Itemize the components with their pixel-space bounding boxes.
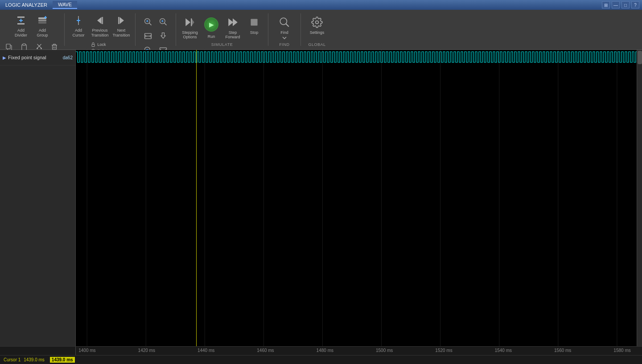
- timeline-tick: 1580 ms: [613, 348, 630, 353]
- find-label-group: FIND: [280, 42, 290, 48]
- svg-line-30: [149, 23, 152, 25]
- lock-button[interactable]: Lock: [91, 42, 109, 47]
- svg-line-34: [165, 23, 167, 25]
- cursor1-time: 1439.0 ms: [24, 357, 45, 362]
- cursor1-label: Cursor 1: [4, 357, 21, 362]
- toolbar-group-cursors: AddCursor PreviousTransition: [66, 12, 134, 48]
- scrollbar-right[interactable]: [637, 50, 642, 346]
- tab-wave[interactable]: WAVE: [53, 1, 77, 9]
- svg-rect-6: [38, 22, 46, 24]
- divider-5: [300, 13, 301, 46]
- signal-value: da62: [63, 55, 75, 60]
- run-label: Run: [208, 34, 215, 39]
- settings-button[interactable]: Settings: [305, 15, 329, 41]
- find-icon: [279, 16, 290, 29]
- waveform-canvas[interactable]: [76, 50, 637, 346]
- step-forward-label: StepForward: [225, 30, 240, 40]
- add-group-label: AddGroup: [37, 28, 48, 38]
- zoom-fit-button[interactable]: [141, 29, 155, 43]
- divider-4: [268, 13, 268, 46]
- svg-rect-10: [6, 44, 10, 49]
- simulate-tools: SteppingOptions ▶ Run StepForward: [177, 12, 267, 42]
- add-cursor-button[interactable]: AddCursor: [68, 13, 89, 40]
- toolbar-group-find: Find FIND: [269, 12, 300, 48]
- tab-logic-analyzer[interactable]: LOGIC ANALYZER: [0, 1, 53, 8]
- toolbar-group-zoom: ZOOM & PAN: [136, 12, 175, 48]
- svg-rect-1: [17, 23, 25, 25]
- maximize-button[interactable]: □: [621, 1, 630, 8]
- help-button[interactable]: ?: [631, 1, 639, 8]
- timeline-tick: 1400 ms: [78, 348, 95, 353]
- next-transition-label: NextTransition: [112, 28, 130, 38]
- lock-label: Lock: [97, 42, 106, 47]
- settings-icon: [311, 16, 323, 29]
- cursor-line[interactable]: [196, 50, 197, 346]
- cursor-time-box: 1439.0 ms: [50, 357, 75, 363]
- next-transition-icon: [116, 15, 127, 27]
- svg-line-51: [286, 24, 289, 27]
- run-icon: ▶: [204, 17, 218, 32]
- signal-view: ▶ Fixed point signal da62: [0, 50, 642, 346]
- divider-3: [176, 13, 176, 46]
- signal-row-fixed-point[interactable]: ▶ Fixed point signal da62: [0, 50, 75, 65]
- zoom-region-button[interactable]: [141, 15, 155, 29]
- divider-1: [64, 13, 65, 46]
- svg-rect-12: [23, 44, 25, 45]
- svg-marker-25: [119, 17, 124, 24]
- svg-rect-49: [251, 19, 257, 25]
- add-divider-icon: [16, 15, 26, 27]
- zoom-in-button[interactable]: [156, 15, 170, 29]
- timeline-ticks: 1400 ms1420 ms1440 ms1460 ms1480 ms1500 …: [76, 347, 642, 355]
- toolbar-group-simulate: SteppingOptions ▶ Run StepForward: [177, 12, 267, 48]
- stop-button[interactable]: Stop: [244, 15, 264, 41]
- svg-marker-44: [185, 18, 190, 26]
- timeline-tick: 1480 ms: [317, 348, 333, 353]
- add-divider-label: AddDivider: [15, 28, 27, 38]
- stop-label: Stop: [250, 30, 259, 35]
- stepping-options-icon: [184, 16, 196, 29]
- restore-button[interactable]: ⊞: [602, 1, 610, 8]
- status-bar: Cursor 1 1439.0 ms 1439.0 ms: [0, 355, 642, 364]
- next-transition-button[interactable]: NextTransition: [111, 13, 132, 40]
- title-bar-controls: ⊞ — □ ?: [602, 1, 642, 8]
- timeline-spacer: [0, 347, 76, 355]
- find-tools: Find: [269, 12, 300, 42]
- svg-marker-47: [228, 18, 233, 26]
- wave-canvas: [76, 50, 637, 346]
- waveform-area: ▶ Fixed point signal da62: [0, 50, 642, 364]
- svg-marker-48: [233, 18, 238, 26]
- timeline-tick: 1560 ms: [554, 348, 571, 353]
- add-cursor-icon: [73, 15, 84, 27]
- svg-rect-27: [92, 45, 95, 47]
- divider-2: [135, 13, 136, 46]
- svg-rect-17: [53, 45, 57, 49]
- step-forward-button[interactable]: StepForward: [222, 15, 243, 41]
- prev-transition-label: PreviousTransition: [91, 28, 108, 38]
- svg-rect-0: [17, 16, 25, 18]
- svg-marker-46: [191, 18, 194, 26]
- timeline-tick: 1440 ms: [198, 348, 214, 353]
- svg-marker-23: [97, 17, 102, 24]
- step-forward-icon: [227, 16, 239, 29]
- add-divider-button[interactable]: AddDivider: [11, 13, 31, 40]
- pan-button[interactable]: [156, 29, 170, 43]
- svg-point-16: [41, 48, 42, 49]
- stepping-options-button[interactable]: SteppingOptions: [180, 15, 200, 41]
- run-button[interactable]: ▶ Run: [201, 15, 222, 41]
- signal-expand-arrow: ▶: [3, 55, 6, 60]
- minimize-button[interactable]: —: [612, 1, 620, 8]
- signal-name: Fixed point signal: [8, 55, 63, 60]
- timeline-tick: 1540 ms: [495, 348, 512, 353]
- add-group-button[interactable]: AddGroup: [32, 13, 53, 40]
- svg-point-15: [37, 48, 38, 49]
- find-label: Find: [280, 30, 288, 35]
- simulate-label: SIMULATE: [211, 42, 233, 48]
- add-group-icon: [37, 15, 48, 27]
- svg-point-52: [316, 20, 319, 24]
- svg-rect-5: [38, 20, 46, 21]
- previous-transition-button[interactable]: PreviousTransition: [90, 13, 110, 40]
- find-button[interactable]: Find: [272, 15, 297, 41]
- svg-point-50: [280, 18, 287, 25]
- toolbar-group-global: Settings GLOBAL: [302, 12, 332, 48]
- settings-label: Settings: [310, 30, 325, 35]
